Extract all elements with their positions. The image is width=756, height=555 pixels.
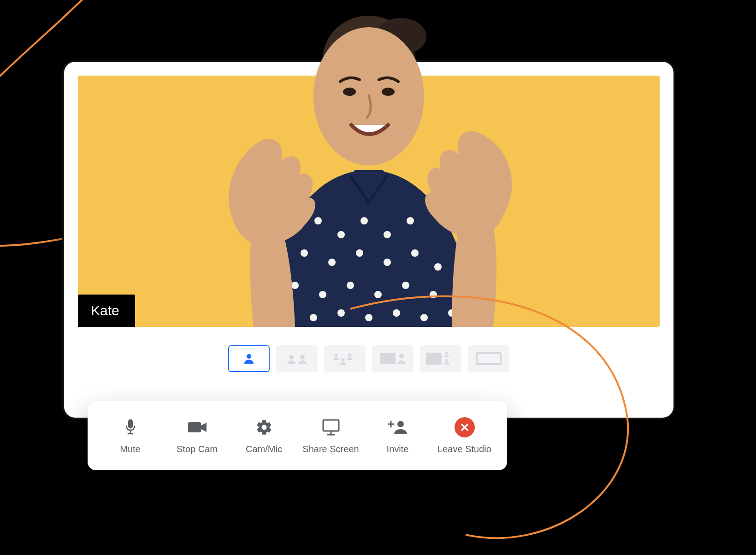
layout-option-full[interactable] [468,345,509,372]
svg-point-6 [314,217,322,224]
svg-point-5 [382,88,395,96]
svg-rect-47 [323,420,339,431]
svg-point-25 [310,314,317,321]
screen-share-icon [321,418,341,437]
cam-mic-label: Cam/Mic [246,444,282,455]
svg-point-21 [402,282,409,289]
gear-icon [255,419,273,436]
layout-option-screen-two[interactable] [420,345,461,372]
layout-screen-one-icon [378,350,408,367]
svg-point-29 [420,314,428,321]
svg-point-50 [397,421,404,427]
svg-point-9 [384,231,391,238]
svg-point-27 [365,314,372,321]
svg-point-22 [430,291,437,298]
svg-point-31 [247,354,251,359]
camera-icon [187,420,207,434]
svg-point-38 [399,354,404,359]
svg-point-26 [337,309,345,317]
layout-option-two[interactable] [276,345,318,372]
svg-point-10 [407,217,414,224]
mic-icon [124,418,137,437]
video-stage: Kate [78,76,660,327]
layout-two-icon [284,352,309,366]
svg-point-11 [301,249,308,257]
svg-point-34 [335,354,338,357]
svg-point-16 [434,263,442,271]
cam-mic-settings-button[interactable]: Cam/Mic [230,413,297,459]
leave-label: Leave Studio [437,444,491,455]
svg-rect-42 [477,353,501,364]
svg-point-36 [342,358,345,361]
svg-point-19 [347,282,354,289]
layout-option-solo[interactable] [228,345,270,372]
mute-label: Mute [120,444,140,455]
svg-point-17 [291,282,299,289]
participant-video [180,4,558,327]
layout-option-three[interactable] [324,345,366,372]
layout-screen-two-icon [425,350,457,367]
svg-point-18 [319,291,326,298]
layout-selector [78,345,660,372]
layout-option-screen-one[interactable] [372,345,413,372]
svg-point-14 [384,259,391,266]
svg-point-41 [445,359,448,362]
studio-window: Kate [62,60,675,419]
share-screen-label: Share Screen [302,444,359,455]
svg-point-4 [343,88,356,96]
svg-rect-46 [188,422,201,432]
svg-point-12 [328,259,336,266]
invite-label: Invite [387,444,409,455]
svg-point-20 [374,291,382,298]
close-icon [455,417,475,437]
svg-rect-37 [380,353,396,364]
add-user-icon [388,419,408,435]
participant-name-tag: Kate [78,295,135,327]
svg-point-32 [289,355,294,360]
stop-cam-button[interactable]: Stop Cam [164,413,230,459]
svg-point-15 [411,249,419,257]
participant-name: Kate [91,303,119,318]
invite-button[interactable]: Invite [364,413,431,459]
svg-rect-39 [426,353,442,365]
svg-point-35 [348,354,352,357]
layout-three-icon [331,351,359,366]
svg-rect-43 [128,419,133,428]
svg-point-7 [337,231,345,238]
mute-button[interactable]: Mute [97,413,164,459]
layout-full-icon [474,350,503,367]
svg-point-13 [356,249,363,257]
share-screen-button[interactable]: Share Screen [297,413,364,459]
person-solo-icon [242,352,256,366]
control-toolbar: Mute Stop Cam Cam/Mic Share Screen [88,401,507,470]
svg-point-33 [300,355,305,360]
svg-point-8 [360,217,368,224]
svg-point-40 [445,352,448,354]
svg-point-28 [393,309,400,317]
stop-cam-label: Stop Cam [177,444,218,455]
leave-studio-button[interactable]: Leave Studio [431,413,498,459]
